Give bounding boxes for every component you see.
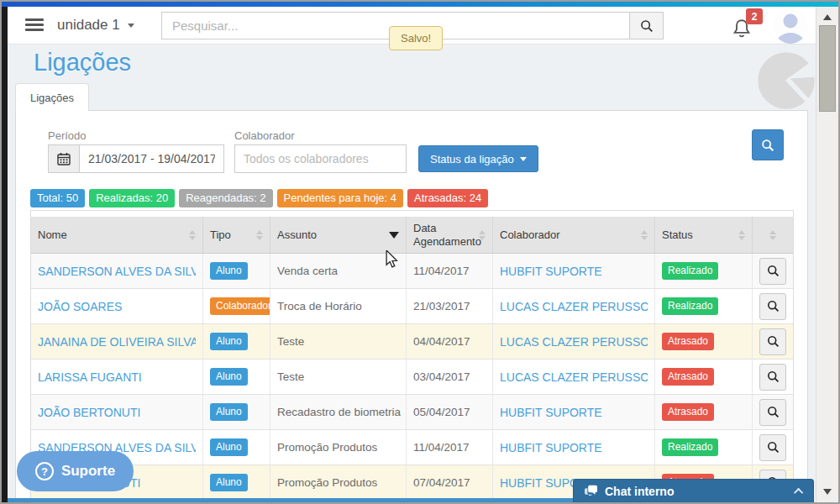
status-badge: Realizado — [662, 262, 718, 280]
scroll-down-arrow-icon[interactable] — [823, 489, 832, 495]
internal-chat-bar[interactable]: Chat interno — [573, 479, 814, 502]
unit-selector[interactable]: unidade 1 — [57, 15, 134, 35]
column-label: Nome — [38, 228, 67, 242]
badge-pendentes: Pendentes para hoje: 4 — [277, 189, 403, 207]
assunto-cell: Troca de Horário — [270, 289, 407, 323]
search-icon — [766, 334, 780, 349]
chevron-up-icon[interactable] — [794, 487, 803, 496]
tipo-badge: Colaborador — [210, 297, 270, 315]
search-icon — [766, 299, 780, 313]
badge-atrasadas: Atrasadas: 24 — [407, 189, 488, 207]
assunto-cell: Teste — [270, 324, 407, 359]
collaborator-link[interactable]: LUCAS CLAZER PERUSSOLO — [500, 300, 648, 313]
table-row: JOÃO BERTONUTI Aluno Recadastro de biome… — [31, 395, 793, 430]
question-icon: ? — [35, 462, 54, 480]
view-call-button[interactable] — [759, 328, 786, 355]
page-title: Ligações — [34, 49, 131, 76]
data-cell: 11/04/2017 — [407, 254, 493, 288]
client-name-link[interactable]: SANDERSON ALVES DA SILVA — [38, 265, 196, 278]
collaborator-link[interactable]: HUBFIT SUPORTE — [500, 265, 602, 278]
column-header-nome[interactable]: Nome — [31, 217, 203, 253]
period-input[interactable] — [79, 144, 224, 173]
client-name-link[interactable]: LARISSA FUGANTI — [38, 370, 142, 384]
status-badge: Atrasado — [662, 403, 714, 421]
calls-table: Nome Tipo Assunto Data Agendamento Colab… — [30, 210, 794, 499]
collapsed-sidebar — [2, 7, 8, 502]
client-name-link[interactable]: JOÃO BERTONUTI — [38, 406, 140, 419]
view-call-button[interactable] — [759, 399, 786, 426]
column-header-actions[interactable] — [753, 217, 793, 253]
collaborator-link[interactable]: LUCAS CLAZER PERUSSOLO — [500, 335, 648, 349]
column-header-data-agendamento[interactable]: Data Agendamento — [407, 217, 493, 253]
assunto-cell: Promoção Produtos — [270, 430, 407, 465]
table-row: SANDERSON ALVES DA SILVA Aluno Venda cer… — [31, 254, 793, 289]
tipo-badge: Aluno — [210, 333, 248, 350]
notification-count-badge[interactable]: 2 — [746, 8, 763, 24]
collaborator-link[interactable]: HUBFIT SUPORTE — [500, 406, 602, 419]
table-body: SANDERSON ALVES DA SILVA Aluno Venda cer… — [31, 254, 793, 499]
sort-icon — [479, 230, 486, 240]
chevron-down-icon — [128, 24, 134, 28]
view-call-button[interactable] — [759, 293, 786, 320]
tipo-badge: Aluno — [210, 368, 248, 386]
data-cell: 21/03/2017 — [407, 289, 493, 323]
assunto-cell: Venda certa — [270, 254, 407, 288]
column-header-tipo[interactable]: Tipo — [203, 217, 270, 253]
collaborator-link[interactable]: LUCAS CLAZER PERUSSOLO — [500, 370, 648, 384]
support-button[interactable]: ? Suporte — [17, 451, 134, 491]
table-header: Nome Tipo Assunto Data Agendamento Colab… — [31, 217, 793, 254]
status-badge: Atrasado — [662, 368, 714, 386]
column-header-status[interactable]: Status — [655, 217, 753, 253]
data-cell: 07/04/2017 — [407, 465, 493, 499]
sort-icon — [256, 230, 263, 240]
table-top-strip — [31, 211, 793, 217]
calendar-addon[interactable] — [48, 144, 79, 173]
status-badge: Atrasado — [662, 333, 714, 350]
avatar-silhouette-icon — [773, 8, 808, 44]
search-icon — [639, 18, 654, 34]
assunto-cell: Teste — [270, 360, 407, 394]
main-panel: Período Colaborador Status da ligação — [15, 110, 808, 499]
sort-icon — [769, 230, 776, 240]
chevron-down-icon — [520, 157, 527, 161]
period-field — [48, 144, 224, 173]
data-cell: 03/04/2017 — [407, 360, 493, 394]
view-call-button[interactable] — [759, 434, 786, 461]
status-filter-button[interactable]: Status da ligação — [418, 145, 538, 172]
column-header-colaborador[interactable]: Colaborador — [493, 217, 655, 253]
tab-label: Ligações — [30, 92, 74, 104]
menu-toggle-icon[interactable] — [25, 18, 44, 32]
chat-icon — [584, 485, 598, 497]
client-name-link[interactable]: JOÃO SOARES — [38, 300, 122, 313]
global-search-button[interactable] — [629, 12, 664, 39]
collaborator-input[interactable] — [234, 144, 407, 173]
brand-logo-watermark — [756, 50, 816, 111]
badge-total: Total: 50 — [30, 189, 85, 207]
scroll-up-arrow-icon[interactable] — [823, 14, 832, 20]
collaborator-link[interactable]: HUBFIT SUPORTE — [500, 441, 602, 454]
view-call-button[interactable] — [759, 364, 786, 391]
client-name-link[interactable]: JANAINA DE OLIVEIRA SILVA — [38, 335, 196, 349]
table-row: JOÃO SOARES Colaborador Troca de Horário… — [31, 289, 793, 324]
table-row: LARISSA FUGANTI Aluno Teste 03/04/2017 L… — [31, 360, 793, 395]
search-icon — [766, 440, 780, 454]
tipo-badge: Aluno — [210, 262, 248, 280]
status-badge: Realizado — [662, 297, 718, 315]
sort-icon — [738, 230, 745, 240]
column-header-assunto[interactable]: Assunto — [270, 217, 407, 253]
vertical-scrollbar[interactable] — [816, 7, 838, 502]
tipo-badge: Aluno — [210, 403, 248, 421]
table-row: SANDERSON ALVES DA SILVA Aluno Promoção … — [31, 430, 793, 465]
tab-ligacoes[interactable]: Ligações — [15, 83, 89, 111]
tipo-badge: Aluno — [210, 474, 248, 491]
scrollbar-thumb[interactable] — [819, 25, 836, 112]
view-call-button[interactable] — [759, 258, 786, 285]
user-avatar[interactable] — [773, 8, 808, 44]
data-cell: 05/04/2017 — [407, 395, 493, 429]
summary-badges: Total: 50 Realizadas: 20 Reagendadas: 2 … — [30, 189, 488, 207]
column-label: Colaborador — [500, 228, 560, 242]
badge-realizadas: Realizadas: 20 — [89, 189, 175, 207]
apply-filters-button[interactable] — [752, 129, 784, 160]
column-label: Tipo — [210, 228, 231, 242]
data-cell: 04/04/2017 — [407, 324, 493, 359]
